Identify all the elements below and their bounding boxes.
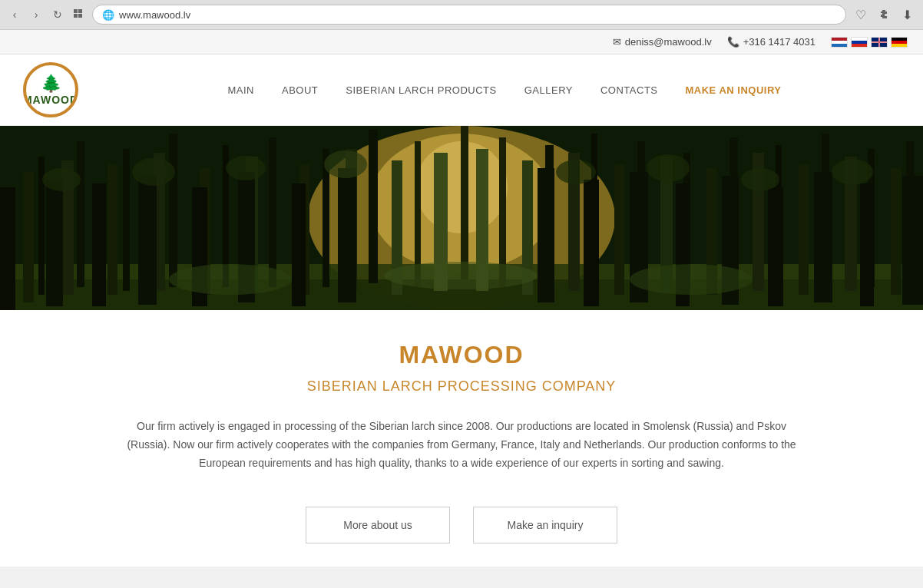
logo-area[interactable]: 🌲 MAWOOD xyxy=(23,62,78,117)
nav-contacts[interactable]: CONTACTS xyxy=(587,77,672,104)
svg-rect-3 xyxy=(78,14,82,18)
download-button[interactable]: ⬇ xyxy=(897,5,917,25)
browser-actions: ♡ ⬇ xyxy=(851,5,917,25)
svg-rect-43 xyxy=(614,164,624,295)
site-header: 🌲 MAWOOD MAIN ABOUT SIBERIAN LARCH PRODU… xyxy=(0,55,923,126)
flag-netherlands[interactable] xyxy=(831,37,848,48)
svg-rect-56 xyxy=(292,183,306,306)
hero-image xyxy=(0,126,923,310)
svg-rect-32 xyxy=(108,164,117,295)
browser-chrome: ‹ › ↻ 🌐 www.mawood.lv ♡ ⬇ xyxy=(0,0,923,30)
flag-germany[interactable] xyxy=(891,37,908,48)
extension-button[interactable] xyxy=(874,5,894,25)
svg-rect-49 xyxy=(891,168,901,295)
svg-rect-50 xyxy=(0,187,15,310)
phone-contact: 📞 +316 1417 4031 xyxy=(727,36,815,48)
svg-point-73 xyxy=(741,168,779,191)
svg-point-68 xyxy=(132,158,175,186)
top-bar: ✉ deniss@mawood.lv 📞 +316 1417 4031 xyxy=(0,30,923,55)
svg-point-72 xyxy=(647,154,690,182)
make-inquiry-button[interactable]: Make an inquiry xyxy=(473,507,617,543)
svg-rect-53 xyxy=(138,176,157,305)
reload-button[interactable]: ↻ xyxy=(49,6,66,23)
svg-rect-59 xyxy=(584,180,599,306)
phone-number[interactable]: +316 1417 4031 xyxy=(743,36,815,48)
svg-rect-0 xyxy=(74,9,78,13)
email-address[interactable]: deniss@mawood.lv xyxy=(625,36,712,48)
email-icon: ✉ xyxy=(613,36,621,48)
svg-rect-12 xyxy=(123,149,130,291)
main-nav: MAIN ABOUT SIBERIAN LARCH PRODUCTS GALLE… xyxy=(109,77,900,104)
svg-point-71 xyxy=(556,160,596,184)
back-button[interactable]: ‹ xyxy=(6,6,23,23)
svg-point-74 xyxy=(832,159,873,185)
logo-circle: 🌲 MAWOOD xyxy=(23,62,78,117)
company-subtitle: SIBERIAN LARCH PROCESSING COMPANY xyxy=(15,378,908,395)
svg-point-77 xyxy=(630,264,753,295)
svg-rect-15 xyxy=(269,137,276,287)
svg-rect-47 xyxy=(799,164,809,295)
svg-rect-63 xyxy=(768,187,783,306)
svg-rect-58 xyxy=(538,168,554,302)
browser-toolbar: ‹ › ↻ 🌐 www.mawood.lv ♡ ⬇ xyxy=(0,0,923,29)
svg-point-75 xyxy=(169,264,292,295)
svg-rect-57 xyxy=(338,168,356,302)
svg-point-76 xyxy=(384,262,538,289)
favorite-button[interactable]: ♡ xyxy=(851,5,871,25)
svg-rect-19 xyxy=(461,126,468,279)
logo-brand: MAWOOD xyxy=(23,94,78,106)
svg-rect-2 xyxy=(74,14,78,18)
svg-rect-17 xyxy=(369,130,378,283)
svg-rect-30 xyxy=(23,172,34,302)
phone-icon: 📞 xyxy=(727,36,739,48)
grid-button[interactable] xyxy=(71,6,88,23)
svg-rect-11 xyxy=(77,141,84,287)
globe-icon: 🌐 xyxy=(102,9,114,21)
nav-about[interactable]: ABOUT xyxy=(268,77,332,104)
nav-gallery[interactable]: GALLERY xyxy=(511,77,587,104)
company-title: MAWOOD xyxy=(15,341,908,369)
svg-rect-51 xyxy=(46,180,63,306)
svg-rect-65 xyxy=(860,183,874,306)
svg-rect-64 xyxy=(814,172,832,302)
svg-rect-66 xyxy=(902,176,923,305)
nav-inquiry[interactable]: MAKE AN INQUIRY xyxy=(672,77,796,104)
nav-main[interactable]: MAIN xyxy=(214,77,269,104)
logo-tree-icon: 🌲 xyxy=(23,74,78,94)
svg-point-67 xyxy=(42,168,81,191)
svg-rect-52 xyxy=(92,183,106,306)
cta-buttons: More about us Make an inquiry xyxy=(15,499,908,543)
forward-button[interactable]: › xyxy=(28,6,45,23)
flag-russia[interactable] xyxy=(851,37,868,48)
website: ✉ deniss@mawood.lv 📞 +316 1417 4031 xyxy=(0,30,923,567)
more-about-us-button[interactable]: More about us xyxy=(306,507,450,543)
nav-products[interactable]: SIBERIAN LARCH PRODUCTS xyxy=(332,77,510,104)
svg-point-70 xyxy=(324,150,367,178)
svg-rect-1 xyxy=(78,9,82,13)
company-description: Our firm actively is engaged in processi… xyxy=(116,418,807,472)
main-content: MAWOOD SIBERIAN LARCH PROCESSING COMPANY… xyxy=(0,310,923,567)
url-text: www.mawood.lv xyxy=(119,9,190,21)
svg-rect-13 xyxy=(169,134,177,287)
language-flags xyxy=(831,37,908,48)
email-contact: ✉ deniss@mawood.lv xyxy=(613,36,712,48)
flag-uk[interactable] xyxy=(871,37,888,48)
address-bar[interactable]: 🌐 www.mawood.lv xyxy=(92,5,846,25)
svg-point-69 xyxy=(226,156,266,180)
